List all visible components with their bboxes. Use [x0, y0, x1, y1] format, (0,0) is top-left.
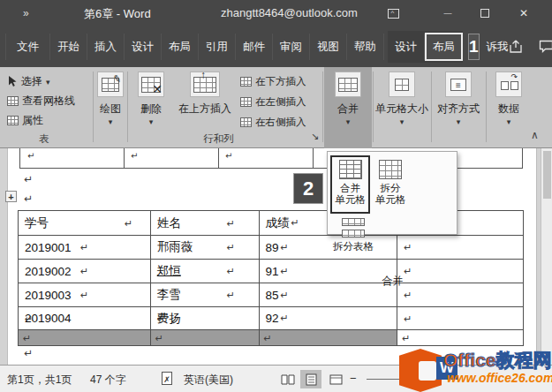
web-layout-button[interactable] [325, 370, 346, 388]
properties-icon [7, 116, 19, 125]
tab-help[interactable]: 帮助 [347, 34, 384, 60]
table-cell[interactable]: ↵ [397, 330, 524, 346]
merge-icon [335, 72, 361, 97]
dialog-launcher-icon[interactable]: ↘ [311, 131, 319, 142]
menu-item-split-table[interactable]: 拆分表格 [330, 214, 376, 272]
insert-below-icon [240, 77, 252, 87]
proof-x-glyph: ✗ [163, 375, 170, 384]
table-border [124, 148, 125, 168]
table-tools-contextual-group: 设计 布局 [388, 31, 463, 63]
print-layout-button[interactable] [300, 370, 321, 388]
proofing-status-icon[interactable]: ✗ [162, 372, 172, 385]
alignment-label: 对齐方式 [437, 102, 480, 117]
language-status[interactable]: 英语(美国) [184, 373, 233, 388]
table-cell[interactable]: 89↵ [260, 236, 398, 260]
ribbon-body: 选择 ▾ 查看网格线 属性 表 ✎ 绘图 ▾ ✕ [0, 67, 552, 148]
word-count[interactable]: 47 个字 [90, 373, 126, 388]
table-cell[interactable]: 姓名↵ [151, 211, 260, 236]
alignment-button[interactable]: ≡ 对齐方式 ▾ [433, 72, 484, 125]
scrollbar-thumb[interactable] [543, 151, 551, 199]
maximize-icon [480, 9, 489, 18]
cell-mark: ↵ [291, 218, 299, 228]
up-arrow-icon: ↑ [200, 69, 206, 81]
minimize-button[interactable]: — [433, 0, 463, 26]
table-cell[interactable]: ↵ [397, 307, 524, 330]
tab-references[interactable]: 引用 [199, 34, 236, 60]
quick-access-toolbar-icon[interactable]: » [23, 7, 29, 19]
tab-insert[interactable]: 插入 [87, 34, 125, 60]
insert-left-button[interactable]: 在左侧插入 [240, 95, 306, 109]
split-cells-label-1: 拆分 [381, 183, 401, 193]
minimize-icon: — [444, 9, 452, 18]
cell-value: 郑恒 [157, 263, 181, 279]
table-cell[interactable]: 2019003↵ [19, 283, 151, 307]
tab-file[interactable]: 文件 [5, 34, 50, 60]
cell-size-button[interactable]: 单元格大小 ▾ [374, 72, 429, 125]
tab-view[interactable]: 视图 [310, 34, 347, 60]
ribbon-display-options-button[interactable]: ^ [378, 0, 408, 26]
zoom-slider[interactable] [367, 379, 448, 380]
table-cell[interactable]: 2019002↵ [19, 260, 151, 283]
draw-label: 绘图 [100, 102, 121, 117]
draw-caret-icon: ▾ [109, 118, 113, 125]
collapse-ribbon-icon[interactable]: ∧ [531, 129, 539, 141]
insert-right-label: 在右侧插入 [255, 116, 306, 129]
cell-value: 李雪 [157, 287, 181, 303]
tab-layout[interactable]: 布局 [162, 34, 199, 60]
cell-mark: ↵ [80, 243, 88, 253]
vertical-scrollbar[interactable] [541, 148, 552, 365]
table-cell[interactable]: 2019001↵ [19, 236, 151, 260]
maximize-button[interactable] [470, 0, 500, 26]
data-box2-icon [510, 81, 518, 90]
table-cell[interactable]: 92↵ [260, 307, 398, 330]
table-cell[interactable]: 李雪↵ [151, 283, 260, 307]
account-email[interactable]: zhangtt8464@outlook.com [221, 6, 358, 19]
menu-item-split-cells[interactable]: 拆分单元格 [371, 155, 410, 214]
properties-button[interactable]: 属性 [7, 111, 43, 129]
menu-item-merge-cells[interactable]: 合并单元格 [330, 155, 370, 214]
table-cell-selected[interactable]: ↵ [260, 330, 398, 346]
delete-button[interactable]: ✕ 删除 ▾ [132, 72, 170, 125]
insert-right-button[interactable]: 在右侧插入 [240, 116, 306, 129]
tab-mailings[interactable]: 邮件 [236, 34, 273, 60]
cell-value: 邢雨薇 [157, 239, 193, 255]
tab-review[interactable]: 审阅 [273, 34, 310, 60]
alignment-lines-icon: ≡ [450, 79, 466, 91]
draw-table-icon: ✎ [97, 72, 124, 97]
table-cell[interactable]: 郑恒↵ [151, 260, 260, 283]
table-move-handle[interactable]: + [5, 191, 17, 202]
merge-cells-label-1: 合并 [340, 183, 360, 193]
close-button[interactable]: ✕ [509, 0, 539, 26]
delete-x-icon: ✕ [152, 82, 163, 96]
cell-mark: ↵ [281, 313, 289, 323]
table-cell[interactable]: 2019004↵ [19, 307, 151, 330]
data-button[interactable]: ↷ 数据 ▾ [488, 72, 530, 125]
zoom-out-button[interactable]: − [350, 372, 357, 385]
tab-home[interactable]: 开始 [50, 34, 87, 60]
cell-mark: ↵ [225, 151, 232, 161]
insert-below-button[interactable]: 在下方插入 [240, 75, 306, 88]
table-cell-selected[interactable]: ↵ [19, 330, 151, 346]
view-gridlines-button[interactable]: 查看网格线 [7, 92, 75, 109]
merge-button-pressed[interactable]: 合并 ▾ [324, 67, 372, 148]
page-info[interactable]: 第1页，共1页 [7, 373, 72, 388]
insert-above-button[interactable]: ↑ 在上方插入 [173, 72, 237, 117]
comments-icon[interactable] [539, 40, 552, 54]
callout-badge-1: 1 [468, 34, 480, 60]
read-mode-button[interactable] [277, 370, 299, 388]
table-cell[interactable]: ↵ [397, 236, 524, 260]
share-icon[interactable] [509, 40, 525, 54]
table-cell-selected[interactable]: ↵ [151, 330, 260, 346]
draw-table-button[interactable]: ✎ 绘图 ▾ [95, 72, 125, 125]
cell-mark: ↵ [281, 290, 289, 300]
tab-table-design[interactable]: 设计 [388, 34, 425, 60]
data-caret-icon: ▾ [507, 118, 511, 125]
tab-design[interactable]: 设计 [125, 34, 162, 60]
table-cell[interactable]: 邢雨薇↵ [151, 236, 260, 260]
tell-me-box[interactable]: 诉我 [487, 40, 509, 55]
tab-table-layout-active[interactable]: 布局 [425, 33, 463, 61]
select-button[interactable]: 选择 ▾ [7, 72, 50, 90]
table-cell[interactable]: 费扬↵ [151, 307, 260, 330]
table-cell[interactable]: 学号↵ [19, 211, 151, 236]
split-table-top-icon [342, 218, 365, 226]
